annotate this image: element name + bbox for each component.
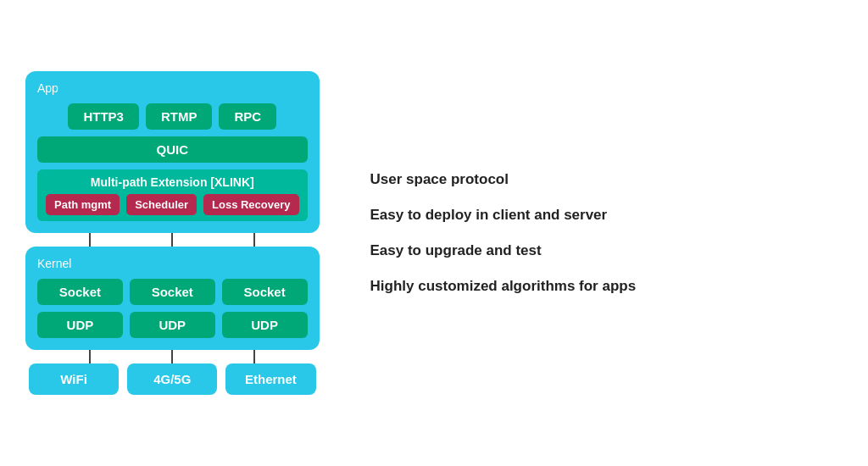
kernel-box: Kernel Socket UDP Socket UDP Socket UDP — [25, 247, 320, 350]
app-label: App — [37, 81, 308, 95]
http3-box: HTTP3 — [68, 103, 139, 130]
protocol-row: HTTP3 RTMP RPC — [37, 103, 308, 130]
connector-line-5 — [171, 350, 173, 363]
network2-box: 4G/5G — [127, 363, 217, 395]
loss-recovery-box: Loss Recovery — [203, 194, 299, 215]
sub-modules-row: Path mgmt Scheduler Loss Recovery — [46, 194, 299, 215]
socket-udp-columns: Socket UDP Socket UDP Socket UDP — [37, 279, 308, 338]
feature-4: Highly customized algorithms for apps — [370, 278, 637, 295]
col-3: Socket UDP — [222, 279, 308, 338]
socket2-box: Socket — [130, 279, 215, 305]
kernel-network-connectors — [25, 350, 320, 363]
architecture-diagram: App HTTP3 RTMP RPC QUIC Multi-path Exten… — [25, 71, 320, 395]
connector-line-6 — [253, 350, 255, 363]
ethernet-box: Ethernet — [225, 363, 315, 395]
app-kernel-connectors — [25, 233, 320, 247]
udp3-box: UDP — [222, 312, 308, 338]
feature-1: User space protocol — [370, 171, 637, 188]
connector-line-4 — [89, 350, 91, 363]
app-box: App HTTP3 RTMP RPC QUIC Multi-path Exten… — [25, 71, 320, 233]
multipath-box: Multi-path Extension [XLINK] Path mgmt S… — [37, 169, 308, 221]
col-1: Socket UDP — [37, 279, 123, 338]
connector-line-3 — [253, 233, 255, 247]
col-2: Socket UDP — [130, 279, 215, 338]
wifi-box: WiFi — [29, 363, 119, 395]
scheduler-box: Scheduler — [126, 194, 197, 215]
socket3-box: Socket — [222, 279, 308, 305]
feature-3: Easy to upgrade and test — [370, 242, 637, 259]
multipath-label: Multi-path Extension [XLINK] — [91, 175, 254, 189]
connector-line-1 — [89, 233, 91, 247]
path-mgmt-box: Path mgmt — [46, 194, 120, 215]
socket1-box: Socket — [37, 279, 123, 305]
quic-box: QUIC — [37, 136, 308, 163]
connector-line-2 — [171, 233, 173, 247]
network-row: WiFi 4G/5G Ethernet — [25, 363, 320, 395]
feature-2: Easy to deploy in client and server — [370, 207, 637, 224]
kernel-label: Kernel — [37, 257, 308, 270]
udp2-box: UDP — [130, 312, 215, 338]
features-list: User space protocol Easy to deploy in cl… — [353, 171, 637, 295]
rtmp-box: RTMP — [146, 103, 213, 130]
rpc-box: RPC — [219, 103, 276, 130]
udp1-box: UDP — [37, 312, 123, 338]
main-container: App HTTP3 RTMP RPC QUIC Multi-path Exten… — [0, 54, 868, 412]
